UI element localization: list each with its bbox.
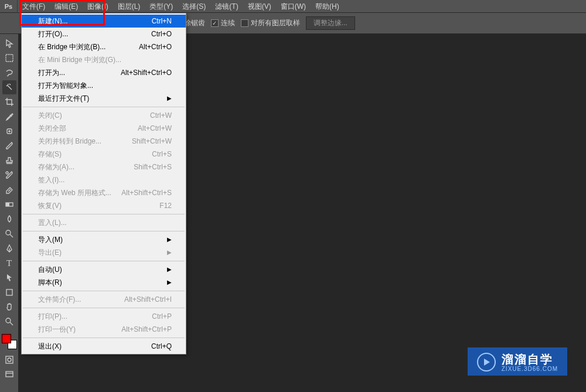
screenmode-icon[interactable] bbox=[2, 367, 16, 381]
menu-item: 打印(P)...Ctrl+P bbox=[22, 310, 186, 323]
menu-item-shortcut: Alt+Shift+Ctrl+S bbox=[121, 188, 172, 197]
zoom-tool-icon[interactable] bbox=[2, 315, 16, 329]
menu-item[interactable]: 打开为智能对象... bbox=[22, 79, 186, 92]
submenu-arrow-icon: ▶ bbox=[167, 94, 172, 103]
shape-tool-icon[interactable] bbox=[2, 285, 16, 299]
type-tool-icon[interactable]: T bbox=[2, 256, 16, 270]
lasso-tool-icon[interactable] bbox=[2, 66, 16, 80]
refine-edge-button[interactable]: 调整边缘... bbox=[306, 16, 355, 30]
menu-item: 置入(L)... bbox=[22, 216, 186, 229]
menu-item-label: 关闭全部 bbox=[38, 124, 66, 133]
menu-item[interactable]: 新建(N)...Ctrl+N bbox=[22, 15, 186, 28]
gradient-tool-icon[interactable] bbox=[2, 197, 16, 212]
color-swatches[interactable] bbox=[2, 334, 17, 349]
menu-separator bbox=[23, 231, 185, 231]
menubar-item[interactable]: 文件(F) bbox=[18, 0, 50, 13]
menu-item-label: 在 Mini Bridge 中浏览(G)... bbox=[38, 55, 121, 64]
marquee-tool-icon[interactable] bbox=[2, 51, 16, 65]
menubar-item[interactable]: 滤镜(T) bbox=[210, 0, 243, 13]
brush-tool-icon[interactable] bbox=[2, 139, 16, 153]
menu-item: 恢复(V)F12 bbox=[22, 199, 186, 212]
svg-point-15 bbox=[6, 318, 11, 323]
menu-item-label: 置入(L)... bbox=[38, 218, 67, 227]
menu-item-shortcut: Alt+Ctrl+O bbox=[139, 42, 172, 52]
pen-tool-icon[interactable] bbox=[2, 241, 16, 255]
healing-tool-icon[interactable] bbox=[2, 124, 16, 138]
menu-item-label: 存储为 Web 所用格式... bbox=[38, 188, 111, 197]
submenu-arrow-icon: ▶ bbox=[167, 235, 172, 244]
menu-item: 关闭(C)Ctrl+W bbox=[22, 109, 186, 122]
menu-item-label: 打开为... bbox=[38, 68, 65, 77]
svg-rect-14 bbox=[6, 289, 12, 295]
history-brush-tool-icon[interactable] bbox=[2, 168, 16, 182]
eyedropper-tool-icon[interactable] bbox=[2, 110, 16, 124]
menu-item[interactable]: 打开(O)...Ctrl+O bbox=[22, 28, 186, 40]
svg-rect-16 bbox=[6, 356, 13, 363]
stamp-tool-icon[interactable] bbox=[2, 154, 16, 168]
menubar-item[interactable]: 窗口(W) bbox=[276, 0, 311, 13]
svg-point-10 bbox=[6, 172, 8, 174]
menu-item[interactable]: 退出(X)Ctrl+Q bbox=[22, 340, 186, 353]
menu-item-label: 新建(N)... bbox=[38, 16, 68, 26]
menu-item: 打印一份(Y)Alt+Shift+Ctrl+P bbox=[22, 323, 186, 336]
menu-item[interactable]: 在 Bridge 中浏览(B)...Alt+Ctrl+O bbox=[22, 40, 186, 53]
menu-item-label: 导出(E) bbox=[38, 248, 62, 257]
magic-wand-tool-icon[interactable] bbox=[2, 80, 16, 94]
foreground-color-swatch[interactable] bbox=[2, 334, 11, 343]
menu-separator bbox=[23, 308, 185, 308]
menu-item-label: 打印(P)... bbox=[38, 312, 67, 321]
brand-url: ZIXUE.3D66.COM bbox=[502, 366, 558, 372]
menu-item: 导出(E)▶ bbox=[22, 246, 186, 259]
menu-separator bbox=[23, 338, 185, 338]
quickmask-icon[interactable] bbox=[2, 353, 16, 367]
menu-item[interactable]: 自动(U)▶ bbox=[22, 263, 186, 276]
crop-tool-icon[interactable] bbox=[2, 95, 16, 109]
menu-item[interactable]: 打开为...Alt+Shift+Ctrl+O bbox=[22, 66, 186, 79]
svg-point-13 bbox=[6, 230, 11, 235]
dodge-tool-icon[interactable] bbox=[2, 227, 16, 241]
menu-item[interactable]: 最近打开文件(T)▶ bbox=[22, 92, 186, 105]
hand-tool-icon[interactable] bbox=[2, 300, 16, 314]
menu-item-label: 打印一份(Y) bbox=[38, 325, 76, 334]
menu-item: 关闭全部Alt+Ctrl+W bbox=[22, 122, 186, 135]
menu-item-shortcut: Ctrl+S bbox=[152, 149, 172, 159]
menu-separator bbox=[23, 291, 185, 291]
menu-item-shortcut: Ctrl+N bbox=[152, 16, 172, 26]
svg-point-17 bbox=[8, 358, 11, 362]
menubar-item[interactable]: 编辑(E) bbox=[50, 0, 83, 13]
menu-separator bbox=[23, 107, 185, 107]
menu-item-shortcut: Shift+Ctrl+W bbox=[132, 137, 172, 146]
menu-item-label: 关闭并转到 Bridge... bbox=[38, 137, 101, 146]
menubar-item[interactable]: 图层(L) bbox=[113, 0, 145, 13]
menu-item-shortcut: Ctrl+Q bbox=[151, 342, 172, 351]
menu-item: 在 Mini Bridge 中浏览(G)... bbox=[22, 53, 186, 66]
move-tool-icon[interactable] bbox=[2, 36, 16, 50]
menu-item-label: 关闭(C) bbox=[38, 111, 62, 120]
contiguous-checkbox[interactable]: ✓连续 bbox=[211, 18, 235, 28]
menu-item-label: 自动(U) bbox=[38, 265, 62, 274]
play-icon bbox=[477, 353, 496, 371]
menubar-item[interactable]: 图像(I) bbox=[83, 0, 113, 13]
path-select-tool-icon[interactable] bbox=[2, 271, 16, 285]
menu-item[interactable]: 导入(M)▶ bbox=[22, 233, 186, 246]
all-layers-checkbox[interactable]: 对所有图层取样 bbox=[241, 18, 300, 28]
menu-item-shortcut: Ctrl+O bbox=[151, 29, 172, 39]
menubar-item[interactable]: 类型(Y) bbox=[145, 0, 178, 13]
menu-item-label: 存储(S) bbox=[38, 149, 62, 159]
menubar-item[interactable]: 选择(S) bbox=[178, 0, 210, 13]
brand-title: 溜溜自学 bbox=[502, 353, 558, 366]
menu-item-label: 在 Bridge 中浏览(B)... bbox=[38, 42, 105, 52]
blur-tool-icon[interactable] bbox=[2, 212, 16, 226]
eraser-tool-icon[interactable] bbox=[2, 183, 16, 197]
menu-item: 存储(S)Ctrl+S bbox=[22, 148, 186, 161]
menu-item: 存储为 Web 所用格式...Alt+Shift+Ctrl+S bbox=[22, 186, 186, 199]
svg-rect-8 bbox=[6, 54, 13, 62]
menu-item-label: 脚本(R) bbox=[38, 278, 62, 287]
menu-item[interactable]: 脚本(R)▶ bbox=[22, 276, 186, 289]
menubar-item[interactable]: 视图(V) bbox=[243, 0, 276, 13]
menubar-item[interactable]: 帮助(H) bbox=[311, 0, 344, 13]
menu-item-shortcut: Alt+Ctrl+W bbox=[138, 124, 172, 133]
menu-item-label: 恢复(V) bbox=[38, 201, 62, 210]
menu-item-label: 存储为(A)... bbox=[38, 162, 74, 172]
menu-separator bbox=[23, 214, 185, 214]
